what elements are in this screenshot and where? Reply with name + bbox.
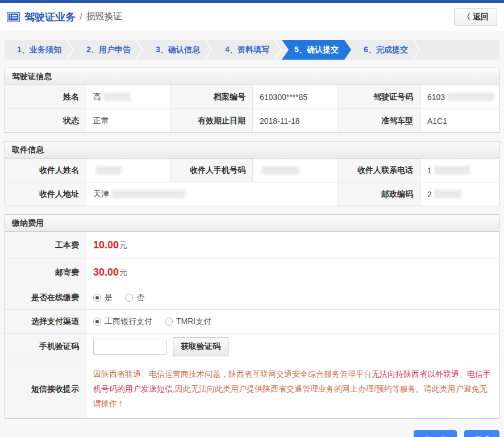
sms-code-row: 手机验证码 获取验证码 — [5, 334, 499, 360]
list-icon — [7, 12, 20, 22]
table-row: 收件人地址天津邮政编码2 — [5, 182, 499, 206]
sms-notice-row: 短信接收提示 因陕西省联通、电信运营商技术问题，陕西省互联网交通安全综合服务管理… — [5, 360, 499, 418]
field-value: 6103 — [420, 85, 499, 109]
back-chevron-icon: 〈 — [463, 12, 470, 21]
section-payment: 缴纳费用 工本费10.00元邮寄费30.00元 是否在线缴费 是否 选择支付渠道… — [5, 214, 499, 419]
table-row: 姓名高档案编号610300****85驾驶证号码6103 — [5, 85, 499, 109]
previous-step-button[interactable]: 上一步 — [414, 430, 457, 437]
field-label: 姓名 — [5, 85, 86, 109]
redacted-text — [262, 166, 299, 174]
field-label: 邮寄费 — [5, 259, 86, 286]
sms-notice-text: 因陕西省联通、电信运营商技术问题，陕西省互联网交通安全综合服务管理平台无法向持陕… — [86, 360, 499, 418]
field-label: 邮政编码 — [338, 182, 420, 206]
field-label: 收件人地址 — [5, 182, 86, 206]
radio-label: 工商银行支付 — [105, 317, 152, 327]
fee-rows: 工本费10.00元邮寄费30.00元 — [5, 232, 499, 286]
field-label: 工本费 — [5, 232, 86, 259]
field-label: 准驾车型 — [338, 109, 420, 132]
pay-channel-options: 工商银行支付TMRI支付 — [86, 310, 499, 333]
page-title: 驾驶证业务 — [24, 10, 76, 24]
radio-label: 否 — [136, 293, 144, 303]
fee-value: 10.00元 — [86, 232, 499, 259]
step-5[interactable]: 5、确认提交 — [282, 40, 351, 60]
radio-button-icon — [93, 318, 101, 326]
license-table: 姓名高档案编号610300****85驾驶证号码6103状态正常有效期止日期20… — [5, 85, 499, 132]
field-value: 2018-11-18 — [253, 109, 338, 132]
radio-button-icon — [125, 294, 133, 302]
radio-button-icon — [93, 294, 101, 302]
section-title-payment: 缴纳费用 — [5, 215, 499, 232]
radio-label: 是 — [105, 293, 113, 303]
get-code-button[interactable]: 获取验证码 — [173, 337, 228, 356]
radio-label: TMRI支付 — [176, 317, 211, 327]
field-value — [253, 159, 338, 182]
field-label: 手机验证码 — [5, 334, 86, 360]
field-label: 收件人联系电话 — [338, 159, 420, 182]
field-value — [86, 159, 170, 182]
field-label: 选择支付渠道 — [5, 310, 86, 333]
redacted-text — [434, 190, 461, 198]
breadcrumb-separator: / — [80, 12, 82, 22]
back-button[interactable]: 〈返回 — [454, 8, 497, 26]
field-label: 驾驶证号码 — [338, 85, 420, 109]
online-pay-options: 是否 — [86, 286, 499, 309]
field-value: 610300****85 — [253, 85, 338, 109]
field-label: 收件人手机号码 — [170, 159, 253, 182]
radio-online-pay-是[interactable]: 是 — [93, 293, 113, 303]
field-label: 短信接收提示 — [5, 360, 86, 418]
section-pickup-info: 取件信息 收件人姓名收件人手机号码收件人联系电话1收件人地址天津邮政编码2 — [5, 141, 499, 206]
radio-button-icon — [165, 318, 173, 326]
redacted-text — [103, 93, 131, 101]
step-1[interactable]: 1、业务须知 — [5, 40, 74, 60]
online-pay-row: 是否在线缴费 是否 — [5, 286, 499, 310]
fee-unit: 元 — [119, 268, 127, 278]
redacted-text — [434, 166, 470, 174]
field-label: 状态 — [5, 109, 86, 132]
table-row: 状态正常有效期止日期2018-11-18准驾车型A1C1 — [5, 109, 499, 132]
table-row: 收件人姓名收件人手机号码收件人联系电话1 — [5, 159, 499, 182]
back-label: 返回 — [473, 12, 489, 21]
field-value: 天津 — [86, 182, 338, 206]
footer-actions: 上一步 完成 — [0, 430, 499, 437]
field-value: 正常 — [86, 109, 170, 132]
fee-value: 30.00元 — [86, 259, 499, 286]
step-4[interactable]: 4、资料填写 — [213, 40, 282, 60]
sms-code-cell: 获取验证码 — [86, 334, 499, 360]
field-value: A1C1 — [420, 109, 499, 132]
redacted-text — [447, 93, 494, 101]
sms-code-input[interactable] — [93, 339, 167, 355]
page-header: 驾驶证业务 / 损毁换证 〈返回 — [0, 3, 504, 31]
step-2[interactable]: 2、用户申告 — [74, 40, 143, 60]
fee-amount: 10.00 — [93, 239, 119, 251]
fee-row: 工本费10.00元 — [5, 232, 499, 259]
pickup-table: 收件人姓名收件人手机号码收件人联系电话1收件人地址天津邮政编码2 — [5, 159, 499, 206]
step-bar: 1、业务须知2、用户申告3、确认信息4、资料填写5、确认提交6、完成提交 — [5, 40, 499, 60]
section-license-info: 驾驶证信息 姓名高档案编号610300****85驾驶证号码6103状态正常有效… — [5, 68, 499, 133]
section-title-pickup: 取件信息 — [5, 141, 499, 159]
fee-unit: 元 — [119, 240, 127, 251]
redacted-text — [95, 166, 122, 174]
finish-button[interactable]: 完成 — [464, 430, 499, 437]
field-value: 1 — [420, 159, 499, 182]
field-label: 是否在线缴费 — [5, 286, 86, 309]
field-label: 收件人姓名 — [5, 159, 86, 182]
radio-channel-工商银行支付[interactable]: 工商银行支付 — [93, 317, 152, 327]
notice-part1: 因陕西省联通、电信运营商技术问题，陕西省互联网交通安全综合服务管理平台 — [93, 369, 372, 378]
radio-online-pay-否[interactable]: 否 — [125, 293, 144, 303]
step-3[interactable]: 3、确认信息 — [143, 40, 213, 60]
fee-amount: 30.00 — [93, 267, 119, 278]
field-value: 高 — [86, 85, 170, 109]
redacted-text — [111, 190, 185, 198]
field-label: 有效期止日期 — [170, 109, 253, 132]
step-6[interactable]: 6、完成提交 — [351, 40, 420, 60]
field-value: 2 — [420, 182, 499, 206]
fee-row: 邮寄费30.00元 — [5, 259, 499, 286]
breadcrumb-current: 损毁换证 — [86, 11, 122, 23]
pay-channel-row: 选择支付渠道 工商银行支付TMRI支付 — [5, 310, 499, 334]
radio-channel-TMRI支付[interactable]: TMRI支付 — [165, 317, 211, 327]
section-title-license: 驾驶证信息 — [5, 68, 499, 85]
field-label: 档案编号 — [170, 85, 253, 109]
